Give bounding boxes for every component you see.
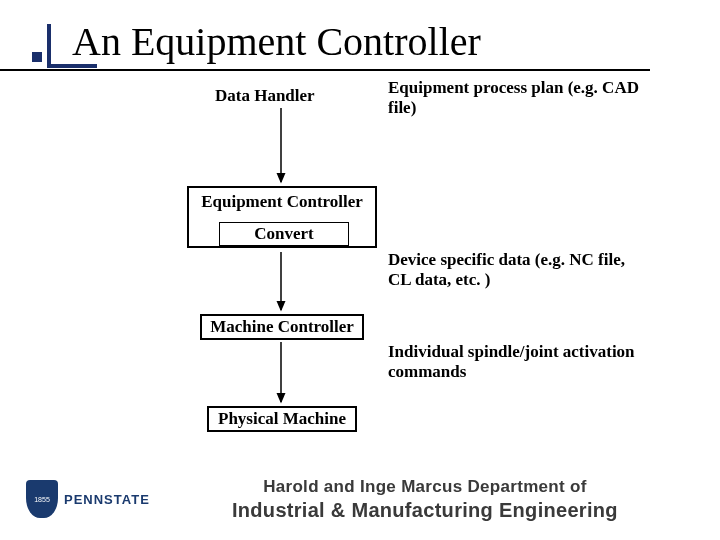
title-accent-vertical: [47, 24, 51, 66]
pennstate-shield-icon: 1855: [26, 480, 58, 518]
box-physical-machine-label: Physical Machine: [218, 409, 346, 429]
annotation-after-machine-ctrl: Individual spindle/joint activation comm…: [388, 342, 648, 381]
department-line2: Industrial & Manufacturing Engineering: [150, 499, 700, 522]
box-convert-label: Convert: [254, 224, 313, 244]
box-convert: Convert: [219, 222, 349, 246]
pennstate-shield-year: 1855: [34, 496, 50, 503]
annotation-after-convert: Device specific data (e.g. NC file, CL d…: [388, 250, 648, 289]
pennstate-logo: 1855 PENNSTATE: [26, 480, 150, 518]
box-equipment-controller-label: Equipment Controller: [201, 192, 363, 212]
footer: 1855 PENNSTATE Harold and Inge Marcus De…: [0, 458, 720, 540]
title-accent-horizontal: [47, 64, 97, 68]
title-underline: [0, 69, 650, 71]
box-machine-controller-label: Machine Controller: [210, 317, 354, 337]
annotation-input: Equipment process plan (e.g. CAD file): [388, 78, 648, 117]
department-line1: Harold and Inge Marcus Department of: [150, 477, 700, 497]
pennstate-wordmark: PENNSTATE: [64, 492, 150, 507]
box-physical-machine: Physical Machine: [207, 406, 357, 432]
slide-title-block: An Equipment Controller: [0, 0, 720, 65]
title-bullet-icon: [32, 52, 42, 62]
department-name: Harold and Inge Marcus Department of Ind…: [150, 477, 720, 522]
box-equipment-controller: Equipment Controller Convert: [187, 186, 377, 248]
slide-title: An Equipment Controller: [72, 18, 720, 65]
label-data-handler: Data Handler: [215, 86, 315, 106]
diagram-stage: Data Handler Equipment process plan (e.g…: [0, 80, 720, 460]
box-machine-controller: Machine Controller: [200, 314, 364, 340]
